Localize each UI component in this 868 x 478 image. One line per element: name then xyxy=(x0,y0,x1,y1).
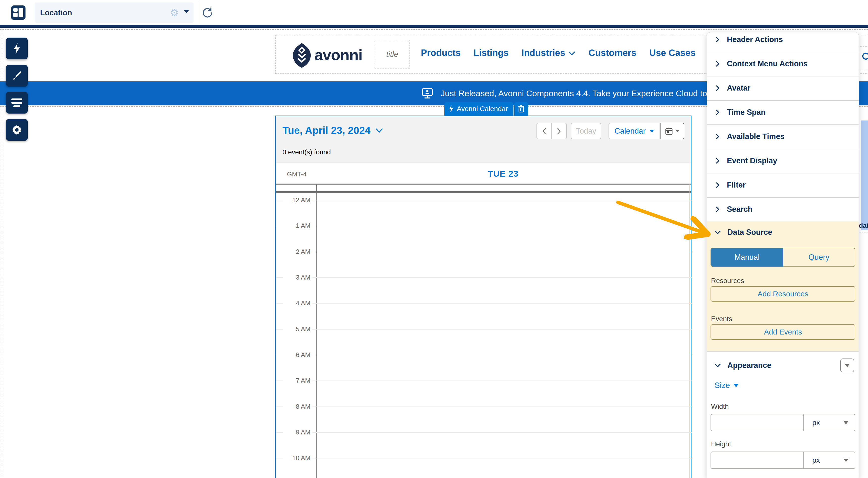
hour-line: 2 AM xyxy=(276,251,692,252)
hour-line: 5 AM xyxy=(276,329,692,330)
height-input[interactable] xyxy=(711,451,803,469)
section-search[interactable]: Search xyxy=(707,197,859,221)
triangle-down-icon xyxy=(843,421,848,424)
previous-button[interactable] xyxy=(536,123,552,139)
title-placeholder-text: title xyxy=(386,50,398,59)
hour-line: 6 AM xyxy=(276,355,692,355)
hour-line: 9 AM xyxy=(276,432,692,433)
section-available-times[interactable]: Available Times xyxy=(707,125,859,149)
appearance-menu-button[interactable] xyxy=(840,358,854,372)
delete-component-button[interactable] xyxy=(514,102,528,115)
height-unit-select[interactable]: px xyxy=(803,451,856,469)
section-avatar[interactable]: Avatar xyxy=(707,76,859,100)
width-field-group: px xyxy=(711,414,856,431)
page-selector[interactable]: Location ⚙ xyxy=(35,2,194,23)
section-time-span[interactable]: Time Span xyxy=(707,100,859,125)
chevron-down-icon xyxy=(714,229,721,235)
avonni-calendar-component[interactable]: Tue, April 23, 2024 0 event(s) found Tod… xyxy=(275,115,691,478)
caret-down-icon[interactable] xyxy=(184,10,189,13)
header-title-placeholder[interactable]: title xyxy=(375,40,409,69)
hour-label: 9 AM xyxy=(283,428,312,437)
chevron-right-icon xyxy=(714,182,720,188)
hour-label: 5 AM xyxy=(283,325,312,334)
section-header-actions[interactable]: Header Actions xyxy=(707,32,859,52)
query-segment[interactable]: Query xyxy=(783,248,855,267)
nav-products[interactable]: Products xyxy=(421,48,461,58)
nav-use-cases[interactable]: Use Cases xyxy=(649,48,695,58)
hour-line: 8 AM xyxy=(276,407,692,407)
site-nav: Products Listings Industries Customers U… xyxy=(421,48,696,58)
nav-industries[interactable]: Industries xyxy=(521,48,576,58)
chevron-right-icon xyxy=(714,134,720,140)
allday-column-divider xyxy=(316,184,317,191)
experience-builder: avonni title Products Listings Industrie… xyxy=(0,0,868,478)
calendar-date-title[interactable]: Tue, April 23, 2024 xyxy=(282,125,383,136)
view-select-button[interactable]: Calendar xyxy=(609,123,660,139)
chevron-right-icon xyxy=(714,85,720,91)
section-filter[interactable]: Filter xyxy=(707,173,859,197)
theme-button[interactable] xyxy=(6,65,28,87)
chevron-right-icon xyxy=(714,206,720,212)
section-context-menu-actions[interactable]: Context Menu Actions xyxy=(707,52,859,76)
search-icon[interactable] xyxy=(861,52,868,64)
calendar-toolbar: Tue, April 23, 2024 0 event(s) found Tod… xyxy=(276,116,691,163)
settings-button[interactable] xyxy=(6,119,28,141)
avonni-logo-icon xyxy=(292,42,312,69)
section-data-source: Data Source Manual Query Resources Add R… xyxy=(707,221,859,351)
time-column-divider xyxy=(316,193,317,478)
partial-data-label: data xyxy=(859,222,868,230)
events-label: Events xyxy=(711,315,732,323)
lightning-icon xyxy=(448,105,454,112)
hour-line: 12 AM xyxy=(276,200,692,200)
content-lines-icon xyxy=(11,97,22,109)
brand-wordmark: avonni xyxy=(314,46,363,64)
paintbrush-icon xyxy=(11,70,22,81)
chevron-right-icon xyxy=(714,37,720,42)
gear-icon xyxy=(11,124,23,136)
data-source-header[interactable]: Data Source xyxy=(714,228,772,237)
day-column-header[interactable]: TUE 23 xyxy=(316,169,690,179)
hour-line: 4 AM xyxy=(276,303,692,304)
component-tag-label[interactable]: Avonni Calendar xyxy=(444,102,514,115)
height-label: Height xyxy=(711,440,731,448)
allday-top-divider xyxy=(276,183,691,184)
calendar-display-button[interactable] xyxy=(660,123,684,139)
chevron-down-icon xyxy=(568,48,576,58)
hour-line: 1 AM xyxy=(276,226,692,226)
content-button[interactable] xyxy=(6,92,28,113)
triangle-down-icon xyxy=(733,384,739,387)
chevron-down-icon xyxy=(714,363,721,368)
hour-label: 6 AM xyxy=(283,350,312,359)
lightning-icon xyxy=(12,43,21,54)
today-button[interactable]: Today xyxy=(571,123,601,139)
refresh-button[interactable] xyxy=(201,6,214,19)
announcement-icon xyxy=(421,87,434,100)
canvas-top-dashed-guide xyxy=(0,29,868,30)
component-tag: Avonni Calendar xyxy=(444,102,528,115)
height-field-group: px xyxy=(711,451,856,469)
width-unit-select[interactable]: px xyxy=(803,414,856,431)
width-input[interactable] xyxy=(711,414,803,431)
page-settings-gear-icon[interactable]: ⚙ xyxy=(170,7,179,18)
hour-line: 3 AM xyxy=(276,277,692,278)
add-resources-button[interactable]: Add Resources xyxy=(711,286,856,302)
triangle-down-icon xyxy=(650,130,654,133)
grid-right-edge xyxy=(689,183,690,478)
hour-label: 1 AM xyxy=(283,221,312,230)
section-appearance[interactable]: Appearance xyxy=(707,351,859,379)
timezone-label: GMT-4 xyxy=(287,170,307,178)
calendar-icon xyxy=(665,127,673,135)
add-events-button[interactable]: Add Events xyxy=(711,325,856,340)
hour-line: 10 AM xyxy=(276,458,692,458)
components-button[interactable] xyxy=(6,38,28,59)
section-event-display[interactable]: Event Display xyxy=(707,149,859,173)
width-label: Width xyxy=(711,403,729,410)
size-dropdown[interactable]: Size xyxy=(714,381,739,390)
next-button[interactable] xyxy=(552,123,567,139)
nav-customers[interactable]: Customers xyxy=(588,48,636,58)
resources-label: Resources xyxy=(711,277,744,285)
page-layout-icon[interactable] xyxy=(11,5,26,20)
manual-segment[interactable]: Manual xyxy=(711,248,783,267)
chevron-right-icon xyxy=(714,158,720,164)
nav-listings[interactable]: Listings xyxy=(473,48,508,58)
